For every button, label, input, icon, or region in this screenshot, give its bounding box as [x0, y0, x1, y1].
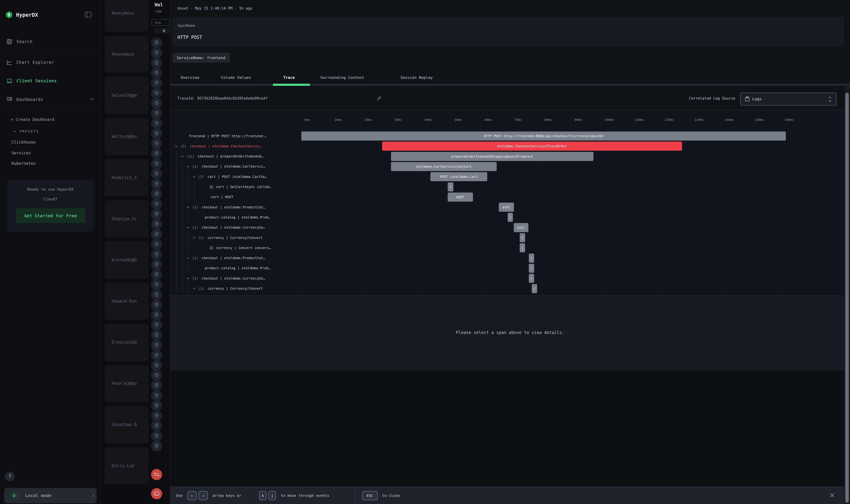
sidebar-item-kubernetes[interactable]: Kubernetes [12, 161, 36, 166]
sidebar-item-clickhouse[interactable]: Clickhouse [12, 140, 36, 144]
trace-span-bar[interactable]: ( [448, 182, 453, 192]
trace-tree-row[interactable]: (1)checkout | oteldemo.CurrencySe… [170, 273, 300, 283]
trace-span-bar[interactable]: ( [529, 274, 534, 283]
session-list-item[interactable]: Dolly.Lub [105, 447, 148, 484]
child-count: (2) [198, 175, 204, 179]
session-list-item[interactable]: Anonymous [105, 0, 148, 32]
session-list-item[interactable]: Deion37@gm [105, 77, 148, 114]
trace-span-bar[interactable]: oteldemo.CheckoutService/PlaceOrder [382, 142, 682, 151]
help-button[interactable]: ? [5, 471, 15, 481]
tab-column-values[interactable]: Column Values [221, 72, 251, 84]
session-list-item[interactable]: Walton9@ho [105, 118, 148, 155]
chevron-down-icon[interactable] [180, 154, 186, 159]
trace-span-bar[interactable]: oteldemo.CartService/GetCart [391, 162, 496, 171]
get-started-button[interactable]: Get Started for Free [16, 209, 85, 223]
log-source-select[interactable]: Logs [740, 93, 836, 106]
trace-span-bar[interactable]: otel [514, 223, 528, 232]
tab-trace[interactable]: Trace [283, 72, 295, 84]
trace-tree-row[interactable]: (11)checkout | prepareOrderItemsAnd… [170, 151, 300, 161]
scrollbar-thumb[interactable] [845, 93, 849, 503]
trace-tree-row[interactable]: product-catalog | oteldemo.Prod… [170, 263, 300, 273]
session-name: Anonymous [112, 11, 134, 16]
session-list-item[interactable]: Howard.Run [105, 283, 148, 320]
trace-tree-row[interactable]: (1)currency | Currency/Convert [170, 233, 300, 243]
chevron-down-icon[interactable] [186, 225, 192, 230]
trace-tree-row[interactable]: (1)checkout | oteldemo.CurrencySe… [170, 222, 300, 233]
sidebar-item-dashboards[interactable]: Dashboards [0, 94, 101, 105]
create-dashboard-button[interactable]: + Create Dashboard [11, 117, 54, 122]
trace-span-bar[interactable]: ( [520, 243, 525, 252]
chevron-down-icon[interactable] [192, 286, 198, 291]
child-count: (1) [192, 205, 198, 209]
gridline [811, 116, 812, 293]
close-icon[interactable] [826, 489, 838, 501]
gridline [751, 116, 752, 293]
session-name: Ernesto33@ [112, 340, 137, 345]
tree-row-label: checkout | oteldemo.ProductCat… [202, 205, 265, 209]
laptop-icon [6, 77, 13, 85]
trace-tree-row[interactable]: (1)checkout | oteldemo.ProductCat… [170, 253, 300, 263]
location-pin-icon [151, 370, 162, 381]
trace-tree-row[interactable]: (1)checkout | oteldemo.ProductCat… [170, 202, 300, 212]
trace-tree-row[interactable]: cart | HGET [170, 192, 300, 202]
edit-pencil-icon[interactable] [377, 95, 382, 102]
trace-tree-row[interactable]: (2)cart | POST /oteldemo.CartSe… [170, 172, 300, 182]
chevron-down-icon[interactable] [192, 174, 198, 179]
trace-tree-row[interactable]: (1)checkout | oteldemo.CartServic… [170, 161, 300, 172]
axis-tick-label: 80ms [544, 118, 552, 122]
sidebar-item-search[interactable]: Search [0, 36, 101, 47]
sidebar-item-services[interactable]: Services [12, 151, 31, 155]
session-list-item[interactable]: Jonathan.B [105, 406, 148, 443]
trace-tree-row[interactable]: (2)checkout | oteldemo.CheckoutServic… [170, 141, 300, 151]
session-list-item[interactable]: Ernesto33@ [105, 324, 148, 361]
tab-surrounding-context[interactable]: Surrounding Context [320, 72, 364, 84]
session-list-item[interactable]: Anonymous [105, 36, 148, 73]
chevron-down-icon[interactable] [186, 205, 192, 210]
location-pin-icon [151, 118, 162, 129]
trace-span-bar[interactable]: POST /oteldemo.Cart [430, 172, 487, 181]
session-name: Shaniya.Sc [112, 216, 137, 221]
chevron-down-icon[interactable] [186, 164, 192, 169]
collapse-sidebar-icon[interactable] [85, 12, 91, 18]
location-pin-icon [151, 218, 162, 230]
trace-tree-row[interactable]: product-catalog | oteldemo.Prod… [170, 212, 300, 222]
presets-toggle[interactable]: PRESETS [12, 129, 39, 133]
location-pin-icon [151, 340, 162, 351]
sidebar-item-client-sessions[interactable]: Client Sessions [0, 76, 101, 86]
chevron-down-icon[interactable] [186, 276, 192, 281]
local-mode-menu[interactable]: U Local mode [4, 488, 97, 503]
search-input[interactable]: Sea [151, 19, 170, 26]
location-pin-icon [151, 198, 162, 210]
service-name-chip[interactable]: ServiceName: frontend [172, 53, 230, 63]
trace-span-bar[interactable]: otel [499, 203, 514, 212]
chevron-down-icon[interactable] [192, 235, 198, 240]
filter-chip[interactable]: H [154, 28, 170, 34]
trace-span-bar[interactable]: prepareOrderItemsAndShippingQuoteFromCar… [391, 152, 594, 161]
trace-tree-row[interactable]: cart | GetCartAsync called… [170, 182, 300, 192]
tab-overview[interactable]: Overview [181, 72, 199, 84]
session-list-item[interactable]: Kieran92@h [105, 241, 148, 278]
chevron-down-icon[interactable] [186, 256, 192, 260]
trace-waterfall: 0ms10ms20ms30ms40ms50ms60ms70ms80ms90ms1… [170, 110, 850, 293]
trace-span-bar[interactable]: ( [520, 233, 525, 242]
sidebar-item-chart-explorer[interactable]: Chart Explorer [0, 57, 101, 68]
trace-span-bar[interactable]: ( [529, 264, 534, 273]
trace-tree-row[interactable]: frontend | HTTP POST http://frontend:… [170, 131, 300, 141]
tree-row-label: checkout | oteldemo.CartServic… [202, 164, 265, 168]
trace-span-bar[interactable]: HTTP POST http://frontend:8080/api/check… [301, 131, 786, 141]
tab-session-replay[interactable]: Session Replay [400, 72, 433, 84]
trace-tree-row[interactable]: currency | Convert convers… [170, 243, 300, 253]
trace-tree-row[interactable]: (1)currency | Currency/Convert [170, 284, 300, 294]
session-list-item[interactable]: Shaniya.Sc [105, 200, 148, 237]
child-count: (1) [198, 287, 204, 290]
tree-row-label: product-catalog | oteldemo.Prod… [205, 266, 270, 270]
gridline [841, 116, 842, 293]
session-list-item[interactable]: Pearl43@ho [105, 365, 148, 402]
chevron-down-icon[interactable] [174, 144, 180, 148]
session-detail-subtitle: Las [156, 9, 162, 13]
trace-span-bar[interactable]: ( [508, 213, 513, 222]
session-list-item[interactable]: Roderick_S [105, 159, 148, 196]
trace-span-bar[interactable]: HGET [448, 193, 473, 202]
trace-span-bar[interactable]: ( [529, 254, 534, 263]
trace-span-bar[interactable]: ( [532, 284, 537, 293]
